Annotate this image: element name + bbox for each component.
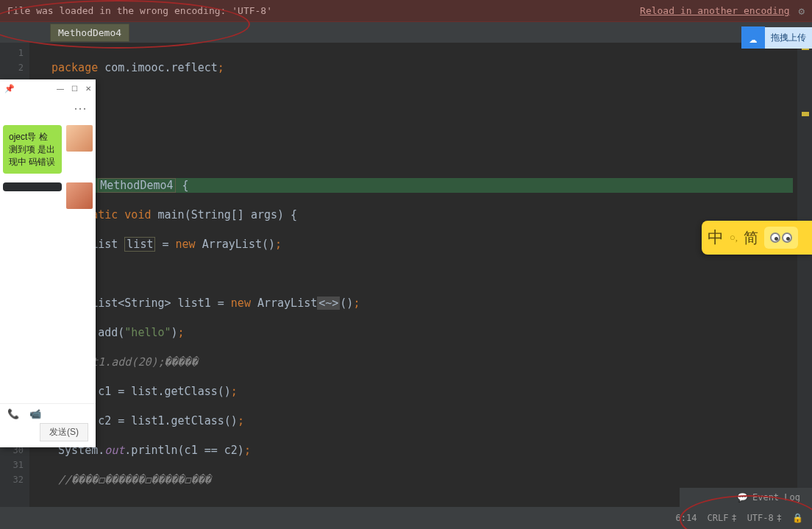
pin-icon[interactable]: 📌 [4, 84, 15, 93]
ime-widget[interactable]: 中 ○, 简 [702, 221, 812, 255]
chat-titlebar[interactable]: 📌 — ☐ ✕ [0, 79, 96, 97]
chat-window[interactable]: 📌 — ☐ ✕ ⋯ oject导 检测到项 是出现中 码错误 📞 📹 发送(S) [0, 79, 96, 447]
chat-bubble-image [3, 182, 62, 191]
more-icon[interactable]: ⋯ [0, 97, 96, 119]
cursor-position[interactable]: 6:14 [676, 513, 697, 523]
breadcrumb-bar: MethodDemo4 [0, 22, 812, 43]
chat-bubble: oject导 检测到项 是出现中 码错误 [3, 125, 62, 174]
reload-encoding-link[interactable]: Reload in another encoding [640, 5, 790, 16]
code-editor[interactable]: package com.imooc.reflect; ... class Met… [29, 43, 793, 507]
chat-bubble-icon: 💬 [737, 492, 748, 503]
line-separator[interactable]: CRLF‡ [708, 513, 737, 523]
status-bar: 6:14 CRLF‡ UTF-8‡ 🔒 [0, 507, 812, 529]
phone-icon[interactable]: 📞 [7, 408, 19, 419]
lock-icon[interactable]: 🔒 [792, 513, 803, 523]
encoding-warning-bar: File was loaded in the wrong encoding: '… [0, 0, 812, 22]
warning-message: File was loaded in the wrong encoding: '… [7, 5, 272, 16]
class-breadcrumb[interactable]: MethodDemo4 [50, 24, 129, 42]
close-icon[interactable]: ✕ [85, 85, 91, 93]
file-encoding[interactable]: UTF-8‡ [747, 513, 782, 523]
cloud-icon: ☁ [741, 26, 765, 49]
gear-icon[interactable]: ⚙ [799, 5, 805, 17]
error-stripe[interactable] [797, 43, 812, 507]
send-button[interactable]: 发送(S) [40, 423, 88, 441]
avatar[interactable] [66, 125, 93, 152]
maximize-icon[interactable]: ☐ [71, 85, 78, 93]
video-icon[interactable]: 📹 [29, 408, 41, 419]
minimize-icon[interactable]: — [57, 85, 64, 93]
avatar[interactable] [66, 182, 93, 209]
chat-messages: oject导 检测到项 是出现中 码错误 [0, 119, 96, 224]
baidu-cloud-widget[interactable]: ☁ 拖拽上传 [741, 26, 812, 49]
warning-marker[interactable] [802, 112, 809, 116]
event-log-bar[interactable]: 💬 Event Log [680, 488, 812, 507]
